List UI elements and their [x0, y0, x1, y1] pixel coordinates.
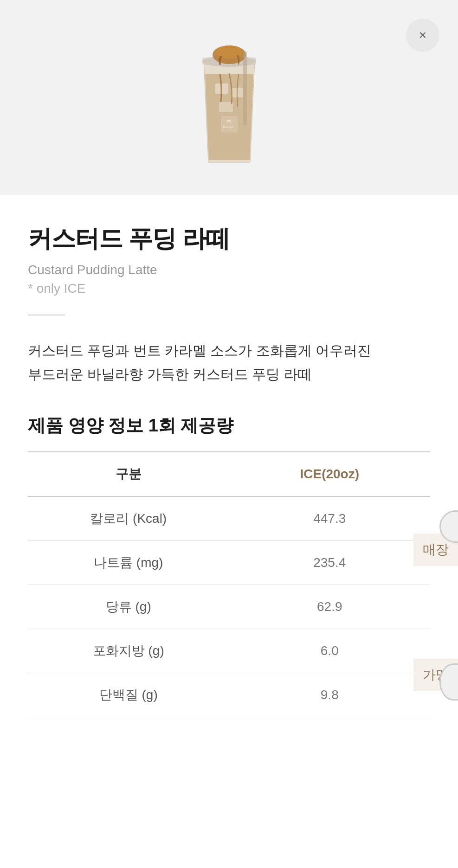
svg-text:7/1: 7/1	[226, 119, 232, 123]
column-header-ice: ICE(20oz)	[229, 452, 431, 496]
table-header-row: 구분 ICE(20oz)	[28, 452, 430, 496]
nutrition-value: 447.3	[229, 496, 431, 541]
table-row: 칼로리 (Kcal) 447.3	[28, 496, 430, 541]
product-image-section: 7/1 MAMMOTH ×	[0, 0, 458, 195]
nutrition-table-wrapper: 구분 ICE(20oz) 칼로리 (Kcal) 447.3 나트륨 (mg) 2…	[28, 451, 430, 717]
nutrition-label: 단백질 (g)	[28, 673, 229, 717]
modal-container: 7/1 MAMMOTH × 커스터드 푸딩 라떼 Custard Pudding…	[0, 0, 458, 868]
nutrition-label: 칼로리 (Kcal)	[28, 496, 229, 541]
nutrition-value: 6.0	[229, 629, 431, 673]
svg-rect-7	[221, 116, 238, 133]
section-divider	[28, 315, 65, 315]
nutrition-label: 당류 (g)	[28, 585, 229, 629]
nutrition-section-title: 제품 영양 정보 1회 제공량	[28, 414, 430, 437]
table-row: 당류 (g) 62.9	[28, 585, 430, 629]
svg-text:MAMMOTH: MAMMOTH	[223, 126, 235, 129]
svg-rect-2	[219, 102, 233, 112]
product-description: 커스터드 푸딩과 번트 카라멜 소스가 조화롭게 어우러진부드러운 바닐라향 가…	[28, 339, 430, 386]
only-ice-label: * only ICE	[28, 281, 430, 296]
product-title-korean: 커스터드 푸딩 라떼	[28, 223, 430, 255]
nutrition-value: 62.9	[229, 585, 431, 629]
nutrition-label: 포화지방 (g)	[28, 629, 229, 673]
table-row: 나트륨 (mg) 235.4	[28, 541, 430, 585]
nutrition-value: 235.4	[229, 541, 431, 585]
nutrition-table: 구분 ICE(20oz) 칼로리 (Kcal) 447.3 나트륨 (mg) 2…	[28, 451, 430, 717]
product-image: 7/1 MAMMOTH	[183, 23, 276, 172]
close-button[interactable]: ×	[406, 19, 439, 52]
content-section: 커스터드 푸딩 라떼 Custard Pudding Latte * only …	[0, 195, 458, 736]
svg-rect-10	[243, 51, 247, 125]
table-row: 단백질 (g) 9.8	[28, 673, 430, 717]
close-icon: ×	[419, 28, 426, 43]
table-row: 포화지방 (g) 6.0	[28, 629, 430, 673]
nutrition-value: 9.8	[229, 673, 431, 717]
nutrition-label: 나트륨 (mg)	[28, 541, 229, 585]
product-title-english: Custard Pudding Latte	[28, 263, 430, 277]
column-header-category: 구분	[28, 452, 229, 496]
